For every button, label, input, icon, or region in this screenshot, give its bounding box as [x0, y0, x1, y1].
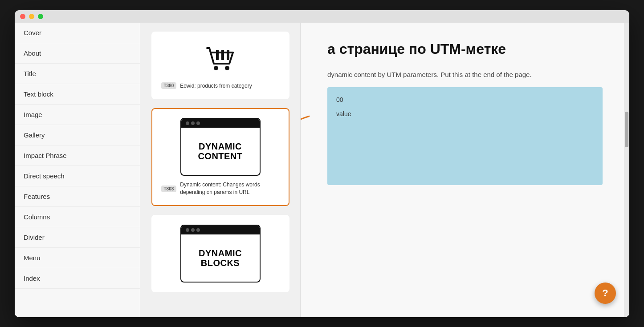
input-row-00: 00: [336, 96, 594, 103]
sidebar-item-about[interactable]: About: [15, 43, 140, 64]
scrollbar-track[interactable]: [624, 23, 629, 317]
dot-b3: [196, 228, 200, 232]
dot-1: [186, 121, 189, 125]
window-body: Cover About Title Text block Image Galle…: [15, 23, 629, 317]
sidebar-item-cover[interactable]: Cover: [15, 23, 140, 43]
dynamic-content-block-label: T803 Dynamic content: Changes words depe…: [161, 181, 280, 196]
sidebar-item-columns[interactable]: Columns: [15, 207, 140, 227]
sidebar-item-impact-phrase[interactable]: Impact Phrase: [15, 145, 140, 166]
svg-rect-2: [216, 55, 219, 60]
svg-rect-6: [221, 50, 224, 55]
placeholder-00-label: 00: [336, 96, 343, 103]
minimize-button[interactable]: [29, 14, 34, 19]
svg-rect-4: [227, 55, 229, 60]
svg-rect-5: [216, 50, 219, 55]
sidebar-item-title[interactable]: Title: [15, 64, 140, 84]
value-label: value: [336, 110, 351, 117]
sidebar: Cover About Title Text block Image Galle…: [15, 23, 140, 317]
dot-b2: [191, 228, 195, 232]
svg-point-1: [225, 66, 229, 70]
page-title: а странице по UTM-метке: [327, 40, 603, 57]
svg-rect-3: [221, 55, 224, 60]
sidebar-item-divider[interactable]: Divider: [15, 227, 140, 248]
sidebar-item-direct-speech[interactable]: Direct speech: [15, 166, 140, 186]
mac-window: Cover About Title Text block Image Galle…: [15, 10, 629, 317]
dot-3: [196, 121, 200, 125]
ecwid-tag: T380: [161, 82, 177, 89]
dynamic-box-header: [181, 119, 260, 128]
main-content: а странице по UTM-метке dynamic content …: [301, 23, 629, 317]
cart-icon: [203, 41, 238, 77]
ecwid-description: Ecwid: products from category: [180, 82, 252, 90]
svg-point-0: [214, 66, 218, 70]
dynamic-content-text: DYNAMICCONTENT: [198, 141, 242, 161]
help-button[interactable]: ?: [595, 283, 616, 304]
block-card-dynamic-blocks[interactable]: DYNAMICBLOCKS: [151, 215, 289, 292]
dynamic-box-body: DYNAMICCONTENT: [181, 128, 260, 175]
dynamic-blocks-body: DYNAMICBLOCKS: [181, 234, 260, 282]
content-box: 00 value: [327, 87, 603, 185]
dynamic-blocks-header: [181, 226, 260, 234]
titlebar: [15, 10, 629, 23]
dynamic-blocks-preview: DYNAMICBLOCKS: [180, 225, 261, 283]
dynamic-blocks-text: DYNAMICBLOCKS: [199, 248, 242, 268]
dynamic-content-tag: T803: [161, 186, 177, 192]
block-card-dynamic-content[interactable]: ← DYNAMICCONTENT T803 Dynamic content: C…: [151, 108, 289, 206]
close-button[interactable]: [20, 14, 25, 19]
sidebar-item-gallery[interactable]: Gallery: [15, 125, 140, 145]
sidebar-item-text-block[interactable]: Text block: [15, 84, 140, 105]
dot-2: [191, 121, 195, 125]
content-description: dynamic content by UTM parameters. Put t…: [327, 71, 595, 78]
block-picker: T380 Ecwid: products from category ← DYN…: [140, 23, 301, 317]
dot-b1: [186, 228, 189, 232]
sidebar-item-menu[interactable]: Menu: [15, 248, 140, 268]
orange-arrow-svg: [301, 112, 318, 165]
dynamic-content-preview: DYNAMICCONTENT: [180, 118, 261, 176]
ecwid-block-label: T380 Ecwid: products from category: [161, 82, 252, 90]
input-row-value: value: [336, 110, 594, 117]
scrollbar-thumb[interactable]: [625, 112, 628, 147]
sidebar-item-features[interactable]: Features: [15, 186, 140, 207]
block-card-ecwid[interactable]: T380 Ecwid: products from category: [151, 32, 289, 100]
dynamic-content-description: Dynamic content: Changes words depending…: [180, 181, 279, 196]
maximize-button[interactable]: [38, 14, 43, 19]
sidebar-item-index[interactable]: Index: [15, 268, 140, 289]
svg-rect-7: [227, 50, 229, 55]
sidebar-item-image[interactable]: Image: [15, 105, 140, 125]
